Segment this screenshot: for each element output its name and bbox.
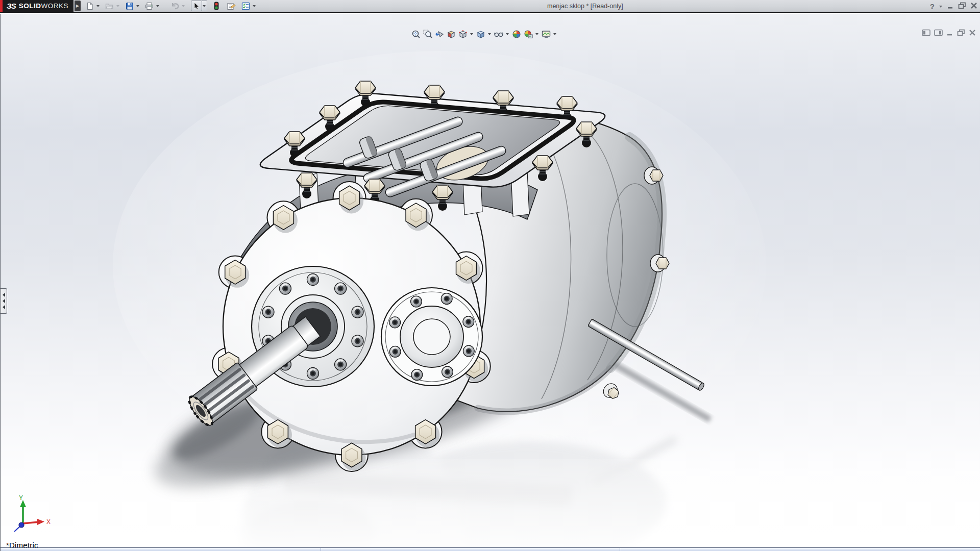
display-style-icon[interactable] (475, 29, 486, 39)
triad-y-label: Y (19, 494, 23, 502)
dassault-3ds-logo-icon: ЗS (7, 2, 16, 10)
view-orientation-dropdown[interactable] (469, 29, 474, 39)
brand-name: SOLIDWORKS (19, 2, 68, 10)
heads-up-view-toolbar (410, 29, 557, 39)
print-dropdown[interactable] (155, 1, 160, 11)
reference-triad: Y X (8, 494, 57, 538)
status-divider (620, 548, 620, 551)
print-button[interactable] (144, 1, 155, 11)
status-bar (1, 547, 980, 551)
display-style-dropdown[interactable] (487, 29, 492, 39)
window-controls: ? (930, 0, 977, 13)
zoom-to-fit-icon[interactable] (410, 29, 421, 39)
undo-icon (170, 2, 180, 10)
close-icon[interactable] (970, 2, 977, 11)
zoom-to-area-icon[interactable] (422, 29, 433, 39)
restore-icon[interactable] (958, 2, 966, 11)
view-settings-dropdown[interactable] (552, 29, 557, 39)
undo-button[interactable] (169, 1, 181, 11)
open-folder-icon (105, 2, 114, 10)
collapse-arrows-icon (3, 305, 5, 309)
collapse-arrows-icon (3, 299, 5, 303)
brand-red-stripe (0, 0, 3, 12)
hide-show-items-dropdown[interactable] (505, 29, 510, 39)
new-document-button[interactable] (84, 1, 95, 11)
titlebar: ЗS SOLIDWORKS ▶ (0, 0, 980, 13)
pane-toggle-right-icon[interactable] (934, 29, 943, 38)
traffic-light-button[interactable] (211, 1, 222, 11)
select-dropdown[interactable] (202, 1, 207, 11)
restore-icon[interactable] (957, 29, 965, 38)
select-cursor-icon (193, 2, 200, 10)
feature-panel-collapsed-tab[interactable] (1, 288, 7, 314)
edit-appearance-icon[interactable] (511, 29, 522, 39)
help-icon[interactable]: ? (930, 2, 935, 11)
triad-z-origin (19, 522, 24, 528)
section-view-icon[interactable] (446, 29, 456, 39)
print-icon (145, 2, 154, 10)
triad-x-label: X (46, 518, 51, 525)
open-dropdown[interactable] (115, 1, 120, 11)
open-button[interactable] (104, 1, 115, 11)
new-document-dropdown[interactable] (95, 1, 101, 11)
view-settings-icon[interactable] (541, 29, 551, 39)
save-dropdown[interactable] (135, 1, 140, 11)
apply-scene-icon[interactable] (523, 29, 533, 39)
gearbox-3d-canvas[interactable] (1, 14, 980, 551)
options-checklist-icon (241, 2, 250, 10)
status-divider (321, 548, 321, 551)
previous-view-icon[interactable] (434, 29, 445, 39)
apply-scene-dropdown[interactable] (534, 29, 540, 39)
help-dropdown-icon[interactable] (939, 1, 943, 12)
select-button[interactable] (191, 1, 202, 11)
minimize-icon[interactable] (947, 2, 954, 11)
traffic-light-icon (214, 2, 219, 10)
save-floppy-icon (126, 2, 134, 10)
reflection-fade (1, 459, 980, 551)
close-icon[interactable] (969, 29, 976, 38)
pane-toggle-left-icon[interactable] (922, 29, 930, 38)
window-title: menjac sklop * [Read-only] (547, 3, 623, 10)
main-toolbar (81, 0, 257, 12)
new-document-icon (86, 2, 94, 10)
options-dropdown[interactable] (252, 1, 257, 11)
options-checklist-button[interactable] (240, 1, 252, 11)
output-cover (381, 288, 482, 386)
view-orientation-icon[interactable] (457, 29, 468, 39)
save-button[interactable] (124, 1, 135, 11)
minimize-icon[interactable] (946, 29, 953, 38)
collapse-arrows-icon (3, 293, 5, 297)
graphics-viewport[interactable]: Y X *Dimetric (0, 14, 980, 551)
solidworks-logo: ЗS SOLIDWORKS (0, 0, 74, 12)
document-window-controls (922, 29, 976, 38)
page-hand-button[interactable] (226, 1, 237, 11)
menu-expander-arrow-icon[interactable]: ▶ (75, 1, 81, 11)
hide-show-items-icon[interactable] (493, 29, 504, 39)
page-hand-icon (227, 2, 236, 10)
undo-dropdown[interactable] (181, 1, 186, 11)
